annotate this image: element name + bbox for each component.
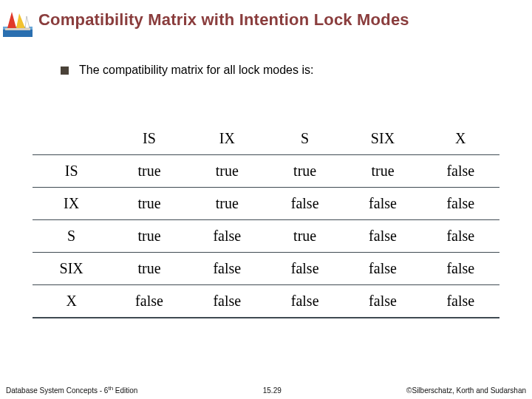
cell: false: [422, 155, 499, 188]
cell: false: [188, 220, 266, 253]
svg-rect-0: [3, 30, 33, 37]
col-header: X: [422, 123, 499, 155]
table-header-row: IS IX S SIX X: [33, 123, 499, 155]
bullet-text: The compatibility matrix for all lock mo…: [79, 64, 313, 77]
row-header: X: [33, 285, 110, 318]
footer-left-suffix: Edition: [113, 386, 137, 395]
cell: false: [422, 188, 499, 220]
corner-cell: [33, 123, 110, 155]
cell: false: [422, 220, 499, 253]
cell: true: [110, 188, 188, 220]
table-row: IS true true true true false: [33, 155, 499, 188]
footer-center: 15.29: [263, 386, 282, 395]
cell: true: [188, 155, 266, 188]
compatibility-matrix: IS IX S SIX X IS true true true true fal…: [33, 123, 499, 318]
cell: true: [266, 220, 344, 253]
cell: true: [188, 188, 266, 220]
footer-right: ©Silberschatz, Korth and Sudarshan: [406, 386, 526, 395]
col-header: IX: [188, 123, 266, 155]
cell: false: [344, 220, 421, 253]
row-header: IS: [33, 155, 110, 188]
slide-logo: [3, 9, 33, 37]
cell: false: [188, 253, 266, 285]
slide-title: Compatibility Matrix with Intention Lock…: [38, 10, 526, 30]
cell: false: [344, 188, 421, 220]
row-header: S: [33, 220, 110, 253]
cell: false: [422, 285, 499, 318]
cell: true: [110, 155, 188, 188]
slide-footer: Database System Concepts - 6th Edition 1…: [6, 385, 526, 395]
svg-marker-4: [25, 16, 30, 28]
compatibility-table: IS IX S SIX X IS true true true true fal…: [33, 123, 499, 318]
square-bullet-icon: [61, 66, 69, 75]
col-header: S: [266, 123, 344, 155]
col-header: IS: [110, 123, 188, 155]
cell: false: [110, 285, 188, 318]
row-header: SIX: [33, 253, 110, 285]
table-row: S true false true false false: [33, 220, 499, 253]
row-header: IX: [33, 188, 110, 220]
table-row: IX true true false false false: [33, 188, 499, 220]
cell: true: [110, 220, 188, 253]
svg-marker-3: [16, 13, 25, 28]
cell: true: [110, 253, 188, 285]
svg-rect-5: [5, 28, 30, 30]
cell: false: [266, 188, 344, 220]
cell: false: [266, 253, 344, 285]
bullet-item: The compatibility matrix for all lock mo…: [61, 64, 532, 77]
cell: false: [422, 253, 499, 285]
table-row: X false false false false false: [33, 285, 499, 318]
cell: false: [344, 253, 421, 285]
svg-marker-2: [7, 12, 16, 28]
cell: true: [344, 155, 421, 188]
col-header: SIX: [344, 123, 421, 155]
slide-body: The compatibility matrix for all lock mo…: [0, 64, 532, 77]
footer-left-prefix: Database System Concepts - 6: [6, 386, 108, 395]
table-row: SIX true false false false false: [33, 253, 499, 285]
cell: false: [266, 285, 344, 318]
footer-left: Database System Concepts - 6th Edition: [6, 385, 137, 395]
cell: false: [344, 285, 421, 318]
cell: false: [188, 285, 266, 318]
cell: true: [266, 155, 344, 188]
